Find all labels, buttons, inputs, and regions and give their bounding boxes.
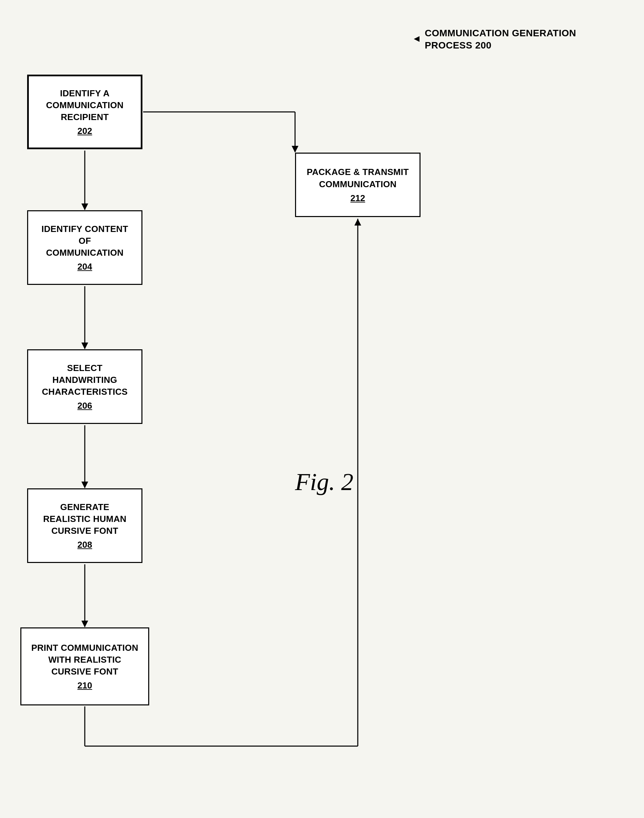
box-202-label: IDENTIFY ACOMMUNICATIONRECIPIENT bbox=[46, 87, 124, 123]
page-title: COMMUNICATION GENERATION PROCESS 200 bbox=[425, 27, 577, 52]
box-212-number: 212 bbox=[350, 193, 365, 204]
fig-label: Fig. 2 bbox=[295, 468, 353, 496]
svg-marker-7 bbox=[81, 620, 88, 627]
box-210: PRINT COMMUNICATIONWITH REALISTICCURSIVE… bbox=[20, 627, 149, 705]
box-208: GENERATEREALISTIC HUMANCURSIVE FONT208 bbox=[27, 489, 143, 563]
box-206-number: 206 bbox=[77, 401, 92, 411]
box-212: PACKAGE & TRANSMITCOMMUNICATION212 bbox=[295, 153, 420, 217]
title-area: ◄ COMMUNICATION GENERATION PROCESS 200 bbox=[412, 27, 576, 52]
svg-marker-3 bbox=[81, 343, 88, 349]
box-206: SELECTHANDWRITINGCHARACTERISTICS206 bbox=[27, 349, 143, 424]
svg-marker-5 bbox=[81, 482, 88, 489]
box-204-number: 204 bbox=[77, 262, 92, 272]
box-208-number: 208 bbox=[77, 539, 92, 550]
box-202: IDENTIFY ACOMMUNICATIONRECIPIENT202 bbox=[27, 75, 143, 149]
box-208-label: GENERATEREALISTIC HUMANCURSIVE FONT bbox=[43, 501, 126, 537]
title-arrow-icon: ◄ bbox=[412, 33, 422, 44]
page: ◄ COMMUNICATION GENERATION PROCESS 200 bbox=[0, 0, 644, 818]
box-204-label: IDENTIFY CONTENTOFCOMMUNICATION bbox=[41, 223, 128, 259]
svg-marker-1 bbox=[81, 204, 88, 210]
svg-marker-14 bbox=[292, 146, 298, 153]
box-202-number: 202 bbox=[77, 126, 92, 136]
box-206-label: SELECTHANDWRITINGCHARACTERISTICS bbox=[42, 362, 128, 398]
box-210-label: PRINT COMMUNICATIONWITH REALISTICCURSIVE… bbox=[31, 642, 138, 678]
svg-marker-11 bbox=[354, 219, 361, 225]
box-210-number: 210 bbox=[77, 680, 92, 691]
box-212-label: PACKAGE & TRANSMITCOMMUNICATION bbox=[307, 166, 409, 190]
box-204: IDENTIFY CONTENTOFCOMMUNICATION204 bbox=[27, 210, 143, 285]
